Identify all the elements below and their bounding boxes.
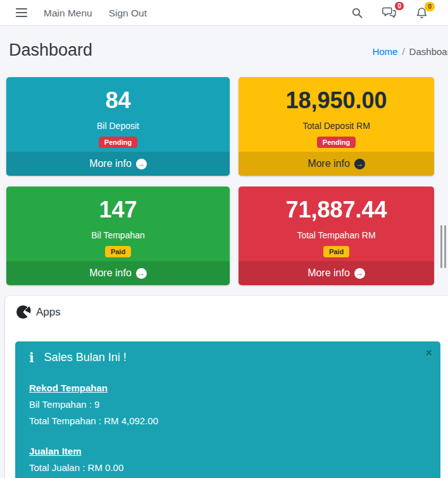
navbar-right-icons: 0 0 [351,6,428,20]
info-box-label: Bil Deposit [6,121,230,131]
messages-count-badge: 0 [395,2,404,10]
info-box-value: 18,950.00 [239,88,434,113]
status-badge: Paid [105,246,131,257]
bell-icon[interactable]: 0 [416,6,428,20]
apps-card: Apps × i Sales Bulan Ini ! Rekod Tempaha… [5,296,448,478]
callout-header: i Sales Bulan Ini ! [15,341,440,364]
apps-card-header: Apps [5,296,448,326]
dashboard-page: Main Menu Sign Out 0 0 [0,0,448,478]
more-info-link[interactable]: More info → [239,152,434,176]
info-box-bil-deposit: 84 Bil Deposit Pending More info → [6,77,230,176]
search-icon[interactable] [351,7,363,19]
more-info-label: More info [308,158,350,169]
info-box-total-tempahan: 71,887.44 Total Tempahan RM Paid More in… [239,187,434,285]
more-info-link[interactable]: More info → [6,261,230,285]
info-box-bil-tempahan: 147 Bil Tempahan Paid More info → [6,187,230,285]
info-box-value: 71,887.44 [239,197,434,223]
arrow-circle-right-icon: → [354,268,365,279]
scrollbar-thumb[interactable] [440,225,442,268]
status-badge: Pending [99,137,137,148]
scrollbar-thumb[interactable] [444,225,446,268]
menu-toggle-button[interactable] [16,8,27,17]
callout-title: Sales Bulan Ini ! [44,351,127,364]
info-box-total-deposit: 18,950.00 Total Deposit RM Pending More … [239,77,434,176]
info-box-label: Bil Tempahan [6,230,230,240]
callout-body: Rekod Tempahan Bil Tempahan : 9 Total Te… [15,364,440,476]
info-icon: i [29,352,34,364]
section-line: Total Jualan : RM 0.00 [29,460,428,476]
page-title: Dashboard [9,40,92,60]
breadcrumb-home-link[interactable]: Home [372,46,397,57]
sales-callout: × i Sales Bulan Ini ! Rekod Tempahan Bil… [15,341,440,478]
apps-card-title: Apps [36,306,61,319]
arrow-circle-right-icon: → [354,159,365,169]
section-line: Bil Tempahan : 9 [29,396,428,413]
section-heading: Rekod Tempahan [29,380,428,396]
info-box-label: Total Deposit RM [239,121,434,131]
section-line: Total Tempahan : RM 4,092.00 [29,413,428,429]
more-info-label: More info [89,158,132,169]
info-box-value: 147 [6,197,230,223]
callout-section-jualan-item: Jualan Item Total Jualan : RM 0.00 [29,443,428,476]
callout-close-button[interactable]: × [425,347,432,358]
more-info-link[interactable]: More info → [239,261,434,285]
arrow-circle-right-icon: → [136,159,147,169]
nav-link-main-menu[interactable]: Main Menu [44,0,92,26]
comments-icon[interactable]: 0 [382,6,397,19]
status-badge: Pending [317,137,356,148]
section-heading: Jualan Item [29,443,428,460]
arrow-circle-right-icon: → [136,268,147,279]
status-badge: Paid [323,246,349,257]
notifications-count-badge: 0 [425,2,435,11]
breadcrumb-separator: / [402,46,404,57]
info-box-value: 84 [6,88,230,113]
top-navbar: Main Menu Sign Out 0 0 [0,0,448,26]
nav-link-sign-out[interactable]: Sign Out [109,0,147,26]
breadcrumb: Home/Dashboard [372,46,448,57]
breadcrumb-current: Dashboard [409,46,448,57]
chart-pie-icon [16,305,30,319]
info-box-label: Total Tempahan RM [239,230,434,240]
callout-section-rekod-tempahan: Rekod Tempahan Bil Tempahan : 9 Total Te… [29,380,428,429]
more-info-label: More info [89,267,132,279]
more-info-link[interactable]: More info → [6,152,230,176]
more-info-label: More info [308,267,350,279]
